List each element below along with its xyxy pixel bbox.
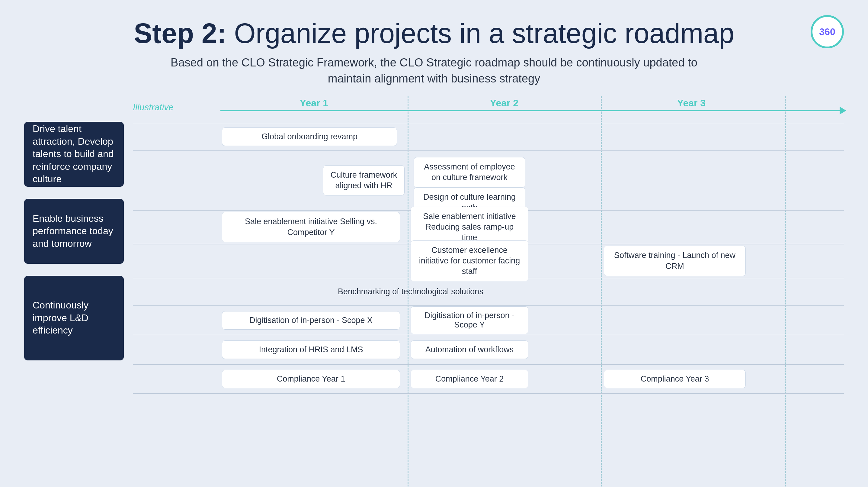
item-software-training: Software training - Launch of new CRM bbox=[604, 246, 746, 276]
item-global-onboarding: Global onboarding revamp bbox=[222, 127, 397, 146]
objective-3: Continuously improve L&D efficiency bbox=[24, 276, 124, 361]
subtitle: Based on the CLO Strategic Framework, th… bbox=[24, 55, 844, 87]
objective-2: Enable business performance today and to… bbox=[24, 199, 124, 264]
row-digitisation: Digitisation of in-person - Scope X Digi… bbox=[133, 306, 844, 335]
item-digitisation-x: Digitisation of in-person - Scope X bbox=[222, 311, 400, 330]
item-customer-excellence: Customer excellence initiative for custo… bbox=[411, 240, 528, 281]
item-integration-hris: Integration of HRIS and LMS bbox=[222, 341, 400, 359]
section2-content: Sale enablement initiative Selling vs. C… bbox=[133, 210, 844, 278]
year1-label: Year 1 bbox=[300, 97, 328, 109]
row-culture: Culture framework aligned with HR Assess… bbox=[133, 151, 844, 210]
row-customer-excellence: Customer excellence initiative for custo… bbox=[133, 245, 844, 278]
section3-content: Benchmarking of technological solutions … bbox=[133, 278, 844, 394]
timeline-area: Illustrative Year 1 Year 2 Year 3 bbox=[124, 96, 844, 394]
section1-content: Global onboarding revamp Culture framewo… bbox=[133, 123, 844, 210]
sep-3d bbox=[133, 393, 844, 394]
item-culture-framework: Culture framework aligned with HR bbox=[323, 165, 405, 196]
item-compliance-y1: Compliance Year 1 bbox=[222, 370, 400, 388]
subtitle-line2: maintain alignment with business strateg… bbox=[328, 72, 540, 85]
page-title: Step 2: Organize projects in a strategic… bbox=[24, 18, 844, 49]
item-sale-enablement-y1: Sale enablement initiative Selling vs. C… bbox=[222, 212, 400, 242]
item-compliance-y3: Compliance Year 3 bbox=[604, 370, 746, 388]
timeline-line bbox=[220, 110, 844, 111]
item-automation: Automation of workflows bbox=[411, 341, 528, 359]
timeline-arrow bbox=[840, 107, 846, 115]
year2-label: Year 2 bbox=[490, 97, 518, 109]
item-digitisation-y: Digitisation of in-person - Scope Y bbox=[411, 306, 528, 334]
row-sale-enablement: Sale enablement initiative Selling vs. C… bbox=[133, 210, 844, 244]
badge-text: 360 bbox=[819, 26, 835, 37]
item-compliance-y2: Compliance Year 2 bbox=[411, 370, 528, 388]
illustrative-label: Illustrative bbox=[133, 102, 174, 112]
year3-label: Year 3 bbox=[677, 97, 706, 109]
row-integration: Integration of HRIS and LMS Automation o… bbox=[133, 335, 844, 364]
header: Step 2: Organize projects in a strategic… bbox=[24, 18, 844, 87]
page: 360 Step 2: Organize projects in a strat… bbox=[0, 0, 868, 487]
title-bold: Step 2: bbox=[134, 18, 226, 49]
badge-360: 360 bbox=[811, 15, 844, 48]
title-regular: Organize projects in a strategic roadmap bbox=[234, 18, 734, 49]
row-benchmarking: Benchmarking of technological solutions bbox=[133, 278, 844, 306]
row-compliance: Compliance Year 1 Compliance Year 2 Comp… bbox=[133, 365, 844, 393]
subtitle-line1: Based on the CLO Strategic Framework, th… bbox=[170, 56, 698, 69]
objective-1: Drive talent attraction, Develop talents… bbox=[24, 122, 124, 187]
objectives-column: Drive talent attraction, Develop talents… bbox=[24, 96, 124, 394]
row-global-onboarding: Global onboarding revamp bbox=[133, 123, 844, 150]
item-benchmarking: Benchmarking of technological solutions bbox=[222, 286, 599, 297]
item-assessment-culture: Assessment of employee on culture framew… bbox=[414, 157, 525, 187]
